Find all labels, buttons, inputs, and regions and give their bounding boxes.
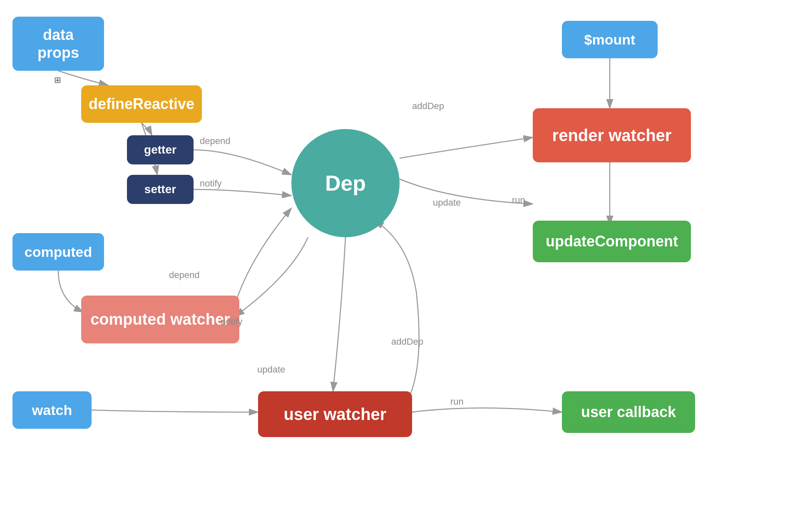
user-watcher-node: user watcher bbox=[258, 391, 412, 437]
label-depend-getter: depend bbox=[200, 136, 230, 147]
label-depend-computed: depend bbox=[169, 270, 199, 281]
label-update-user: update bbox=[257, 364, 285, 375]
label-notify-setter: notify bbox=[200, 178, 222, 189]
user-callback-node: user callback bbox=[562, 391, 695, 433]
plus-icon: ⊞ bbox=[54, 75, 61, 85]
watch-node: watch bbox=[12, 391, 92, 429]
update-component-node: updateComponent bbox=[533, 221, 691, 262]
render-watcher-node: render watcher bbox=[533, 108, 691, 162]
label-adddep-user: addDep bbox=[391, 336, 423, 347]
computed-watcher-node: computed watcher bbox=[81, 296, 239, 343]
setter-node: setter bbox=[127, 175, 194, 204]
label-update-render: update bbox=[433, 197, 461, 208]
mount-node: $mount bbox=[562, 21, 658, 58]
diagram: data props defineReactive getter setter … bbox=[0, 0, 790, 532]
computed-node: computed bbox=[12, 233, 104, 271]
define-reactive-node: defineReactive bbox=[81, 85, 202, 123]
arrows-svg bbox=[0, 0, 790, 532]
label-run-user: run bbox=[450, 396, 464, 407]
label-adddep-top: addDep bbox=[412, 101, 444, 112]
getter-node: getter bbox=[127, 135, 194, 164]
label-run-render: run bbox=[512, 195, 525, 206]
data-props-node: data props bbox=[12, 17, 104, 71]
label-notify-computed: notify bbox=[221, 316, 243, 327]
dep-node: Dep bbox=[291, 129, 400, 237]
